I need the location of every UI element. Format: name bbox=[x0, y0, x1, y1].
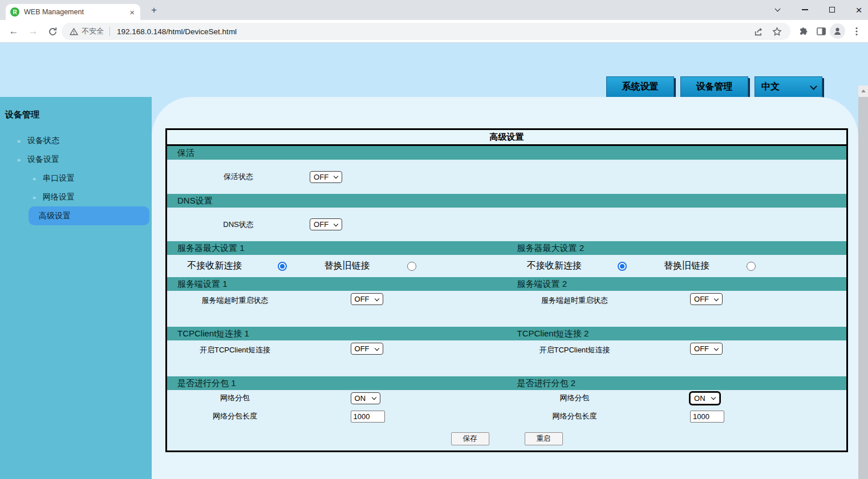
address-bar[interactable]: 不安全 192.168.0.148/html/DeviceSet.html bbox=[62, 23, 790, 40]
language-select[interactable]: 中文 bbox=[755, 76, 822, 98]
section-server-set-1: 服务端设置 1 bbox=[167, 279, 507, 290]
refresh-icon[interactable] bbox=[46, 25, 59, 38]
packet-length-input-1[interactable] bbox=[351, 411, 385, 423]
sidebar-item-device-settings[interactable]: » 设备设置 bbox=[0, 150, 152, 169]
section-tcpclient-2: TCPClient短连接 2 bbox=[507, 328, 847, 339]
window-minimize-icon[interactable] bbox=[795, 0, 814, 19]
menu-kebab-icon[interactable] bbox=[850, 25, 863, 38]
packet-length-label: 网络分包长度 bbox=[167, 411, 303, 421]
sidebar: 设备管理 » 设备状态 » 设备设置 » 串口设置 » 网络设置 高级设置 bbox=[0, 97, 152, 479]
tcpclient-select-1[interactable]: OFF bbox=[351, 343, 383, 355]
keepalive-status-select[interactable]: OFF bbox=[310, 171, 342, 183]
extensions-puzzle-icon[interactable] bbox=[796, 25, 810, 38]
chevron-down-icon bbox=[714, 346, 719, 350]
language-label: 中文 bbox=[761, 81, 780, 93]
forward-icon[interactable]: → bbox=[26, 25, 40, 38]
nav-system-settings-label: 系统设置 bbox=[622, 81, 659, 93]
new-tab-button[interactable]: + bbox=[147, 5, 161, 16]
chevron-down-icon bbox=[374, 346, 379, 350]
packet-length-input-2[interactable] bbox=[690, 411, 724, 423]
server-timeout-row: 服务端超时重启状态 OFF 服务端超时重启状态 OFF bbox=[167, 291, 846, 327]
server-timeout-select-1[interactable]: OFF bbox=[351, 293, 383, 305]
sidebar-item-network-settings[interactable]: » 网络设置 bbox=[0, 188, 152, 206]
tcpclient-row: 开启TCPClient短连接 OFF 开启TCPClient短连接 OFF bbox=[167, 340, 846, 376]
page-scrollbar[interactable] bbox=[858, 86, 868, 479]
browser-tab[interactable]: R WEB Management × bbox=[6, 4, 140, 20]
packet-switch-select-1[interactable]: ON bbox=[351, 392, 380, 404]
save-button[interactable]: 保存 bbox=[451, 432, 489, 445]
chevron-down-icon bbox=[371, 395, 376, 400]
chevron-down-icon bbox=[374, 296, 379, 301]
section-packet-1: 是否进行分包 1 bbox=[167, 378, 507, 389]
scroll-up-icon[interactable] bbox=[858, 86, 868, 96]
tcpclient-enable-label: 开启TCPClient短连接 bbox=[167, 343, 303, 355]
packet-length-row: 网络分包长度 网络分包长度 bbox=[167, 406, 846, 427]
bullet-icon: » bbox=[17, 137, 21, 144]
tcpclient-select-2[interactable]: OFF bbox=[690, 343, 723, 355]
section-tcpclient: TCPClient短连接 1 TCPClient短连接 2 bbox=[167, 327, 846, 340]
table-title: 高级设置 bbox=[167, 130, 846, 146]
dns-status-select[interactable]: OFF bbox=[310, 218, 342, 230]
server-max-radio-row: 不接收新连接 替换旧链接 不接收新连接 替换旧链接 bbox=[167, 255, 846, 277]
packet-switch-label: 网络分包 bbox=[507, 393, 643, 403]
sidebar-item-label: 网络设置 bbox=[43, 192, 75, 202]
tab-close-icon[interactable]: × bbox=[128, 8, 136, 17]
server-timeout-select-2[interactable]: OFF bbox=[690, 293, 723, 305]
window-maximize-icon[interactable] bbox=[822, 0, 842, 19]
no-new-connection-label: 不接收新连接 bbox=[167, 260, 262, 272]
restart-button[interactable]: 重启 bbox=[525, 432, 563, 445]
packet-switch-select-2[interactable]: ON bbox=[690, 392, 720, 404]
share-icon[interactable] bbox=[752, 25, 765, 38]
browser-toolbar: ← → 不安全 192.168.0.148/html/DeviceSet.htm… bbox=[0, 20, 868, 43]
nav-device-management-button[interactable]: 设备管理 bbox=[680, 76, 748, 98]
replace-old-link-label: 替换旧链接 bbox=[643, 260, 731, 272]
sidebar-item-label: 设备状态 bbox=[27, 136, 59, 146]
address-separator bbox=[109, 27, 110, 36]
radio-replace-old-link-1[interactable] bbox=[407, 262, 416, 271]
tab-title: WEB Management bbox=[24, 8, 128, 16]
tab-search-chevron-icon[interactable] bbox=[768, 0, 787, 19]
profile-avatar[interactable] bbox=[830, 23, 845, 39]
select-value: OFF bbox=[694, 295, 709, 303]
section-server-max-2: 服务器最大设置 2 bbox=[507, 243, 847, 254]
scrollbar-thumb[interactable] bbox=[858, 97, 868, 479]
dns-status-label: DNS状态 bbox=[167, 220, 310, 230]
select-value: ON bbox=[694, 394, 706, 403]
bookmark-star-icon[interactable] bbox=[770, 25, 784, 38]
radio-no-new-connection-2[interactable] bbox=[618, 262, 627, 271]
chevron-down-icon bbox=[711, 395, 716, 400]
sidebar-item-advanced-settings[interactable]: 高级设置 bbox=[29, 206, 149, 225]
back-icon[interactable]: ← bbox=[7, 25, 21, 38]
nav-device-management-label: 设备管理 bbox=[696, 81, 733, 93]
select-value: OFF bbox=[694, 344, 709, 353]
radio-replace-old-link-2[interactable] bbox=[747, 262, 756, 271]
radio-no-new-connection-1[interactable] bbox=[278, 262, 287, 271]
section-server-max-1: 服务器最大设置 1 bbox=[167, 243, 507, 254]
replace-old-link-label: 替换旧链接 bbox=[303, 260, 391, 272]
select-value: OFF bbox=[355, 344, 370, 353]
bullet-icon: » bbox=[33, 175, 36, 182]
chevron-down-icon bbox=[334, 174, 338, 178]
chevron-down-icon bbox=[810, 83, 817, 90]
packet-switch-row: 网络分包 ON 网络分包 ON bbox=[167, 390, 846, 406]
site-favicon-icon: R bbox=[10, 7, 19, 17]
section-server-set: 服务端设置 1 服务端设置 2 bbox=[167, 277, 846, 291]
nav-system-settings-button[interactable]: 系统设置 bbox=[606, 76, 674, 98]
keepalive-row: 保活状态 OFF bbox=[167, 160, 846, 194]
advanced-settings-table: 高级设置 保活 保活状态 OFF DNS设置 DNS状态 OFF bbox=[165, 128, 848, 452]
sidebar-item-serial-settings[interactable]: » 串口设置 bbox=[0, 169, 152, 188]
sidebar-item-device-status[interactable]: » 设备状态 bbox=[0, 131, 152, 150]
server-max-group-1: 不接收新连接 替换旧链接 bbox=[167, 255, 507, 277]
section-dns: DNS设置 bbox=[167, 194, 846, 208]
packet-length-label: 网络分包长度 bbox=[507, 411, 643, 421]
sidebar-item-label: 设备设置 bbox=[27, 155, 59, 165]
side-panel-icon[interactable] bbox=[814, 25, 828, 38]
section-packet-2: 是否进行分包 2 bbox=[507, 378, 847, 389]
dns-row: DNS状态 OFF bbox=[167, 208, 846, 241]
select-value: OFF bbox=[355, 295, 370, 303]
select-value: OFF bbox=[314, 220, 328, 229]
section-tcpclient-1: TCPClient短连接 1 bbox=[167, 328, 507, 339]
select-value: OFF bbox=[314, 173, 328, 181]
web-page: 系统设置 设备管理 中文 设备管理 » 设备状态 » 设备设置 » 串口设置 »… bbox=[0, 43, 868, 479]
window-close-icon[interactable]: × bbox=[849, 0, 868, 19]
